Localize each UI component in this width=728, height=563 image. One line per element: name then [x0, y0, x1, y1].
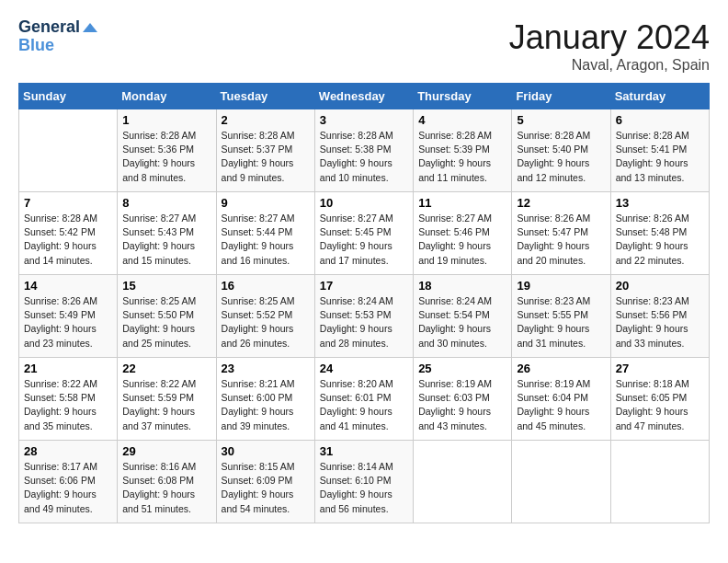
- cell-info: Sunrise: 8:28 AMSunset: 5:39 PMDaylight:…: [418, 129, 506, 185]
- cell-1-1: 8 Sunrise: 8:27 AMSunset: 5:43 PMDayligh…: [118, 192, 216, 275]
- week-row-2: 7 Sunrise: 8:28 AMSunset: 5:42 PMDayligh…: [19, 192, 710, 275]
- cell-info: Sunrise: 8:28 AMSunset: 5:42 PMDaylight:…: [24, 212, 112, 268]
- cell-0-4: 4 Sunrise: 8:28 AMSunset: 5:39 PMDayligh…: [414, 109, 512, 192]
- day-number: 17: [320, 279, 408, 293]
- day-number: 28: [24, 444, 112, 458]
- cell-4-0: 28 Sunrise: 8:17 AMSunset: 6:06 PMDaylig…: [19, 441, 118, 523]
- header-friday: Friday: [512, 84, 610, 109]
- day-number: 23: [222, 362, 310, 375]
- logo-blue: Blue: [18, 37, 97, 55]
- cell-2-1: 15 Sunrise: 8:25 AMSunset: 5:50 PMDaylig…: [118, 275, 216, 358]
- day-number: 31: [320, 444, 408, 458]
- cell-info: Sunrise: 8:26 AMSunset: 5:48 PMDaylight:…: [616, 212, 704, 268]
- day-number: 26: [517, 362, 605, 375]
- cell-info: Sunrise: 8:26 AMSunset: 5:49 PMDaylight:…: [24, 294, 112, 350]
- day-number: 24: [320, 362, 408, 375]
- page-header: General Blue January 2024 Naval, Aragon,…: [18, 18, 710, 74]
- cell-info: Sunrise: 8:21 AMSunset: 6:00 PMDaylight:…: [222, 377, 310, 433]
- cell-info: Sunrise: 8:18 AMSunset: 6:05 PMDaylight:…: [616, 377, 704, 433]
- day-number: 7: [24, 196, 112, 210]
- cell-info: Sunrise: 8:25 AMSunset: 5:52 PMDaylight:…: [222, 294, 310, 350]
- cell-info: Sunrise: 8:14 AMSunset: 6:10 PMDaylight:…: [320, 460, 408, 516]
- cell-info: Sunrise: 8:28 AMSunset: 5:37 PMDaylight:…: [222, 129, 310, 185]
- cell-info: Sunrise: 8:25 AMSunset: 5:50 PMDaylight:…: [122, 294, 210, 350]
- cell-2-0: 14 Sunrise: 8:26 AMSunset: 5:49 PMDaylig…: [19, 275, 118, 358]
- cell-info: Sunrise: 8:15 AMSunset: 6:09 PMDaylight:…: [222, 460, 310, 516]
- cell-4-6: [610, 441, 709, 523]
- day-number: 9: [222, 196, 310, 210]
- day-number: 22: [122, 362, 210, 375]
- cell-1-4: 11 Sunrise: 8:27 AMSunset: 5:46 PMDaylig…: [414, 192, 512, 275]
- day-number: 1: [122, 113, 210, 127]
- day-number: 14: [24, 279, 112, 293]
- cell-1-0: 7 Sunrise: 8:28 AMSunset: 5:42 PMDayligh…: [19, 192, 118, 275]
- title-area: January 2024 Naval, Aragon, Spain: [509, 18, 710, 74]
- day-number: 3: [320, 113, 408, 127]
- cell-info: Sunrise: 8:24 AMSunset: 5:54 PMDaylight:…: [418, 294, 506, 350]
- cell-4-2: 30 Sunrise: 8:15 AMSunset: 6:09 PMDaylig…: [216, 441, 314, 523]
- header-wednesday: Wednesday: [314, 84, 413, 109]
- cell-info: Sunrise: 8:28 AMSunset: 5:40 PMDaylight:…: [517, 129, 605, 185]
- location: Naval, Aragon, Spain: [509, 57, 710, 74]
- day-number: 13: [616, 196, 704, 210]
- day-number: 25: [418, 362, 506, 375]
- day-number: 15: [122, 279, 210, 293]
- cell-info: Sunrise: 8:27 AMSunset: 5:44 PMDaylight:…: [222, 212, 310, 268]
- cell-1-2: 9 Sunrise: 8:27 AMSunset: 5:44 PMDayligh…: [216, 192, 314, 275]
- cell-info: Sunrise: 8:19 AMSunset: 6:04 PMDaylight:…: [517, 377, 605, 433]
- day-number: 12: [517, 196, 605, 210]
- day-number: 21: [24, 362, 112, 375]
- cell-info: Sunrise: 8:27 AMSunset: 5:46 PMDaylight:…: [418, 212, 506, 268]
- cell-0-2: 2 Sunrise: 8:28 AMSunset: 5:37 PMDayligh…: [216, 109, 314, 192]
- cell-info: Sunrise: 8:28 AMSunset: 5:38 PMDaylight:…: [320, 129, 408, 185]
- cell-4-4: [414, 441, 512, 523]
- header-saturday: Saturday: [610, 84, 709, 109]
- cell-3-5: 26 Sunrise: 8:19 AMSunset: 6:04 PMDaylig…: [512, 358, 610, 441]
- cell-0-5: 5 Sunrise: 8:28 AMSunset: 5:40 PMDayligh…: [512, 109, 610, 192]
- cell-2-6: 20 Sunrise: 8:23 AMSunset: 5:56 PMDaylig…: [610, 275, 709, 358]
- cell-info: Sunrise: 8:23 AMSunset: 5:56 PMDaylight:…: [616, 294, 704, 350]
- day-number: 8: [122, 196, 210, 210]
- day-number: 4: [418, 113, 506, 127]
- cell-1-3: 10 Sunrise: 8:27 AMSunset: 5:45 PMDaylig…: [314, 192, 413, 275]
- cell-info: Sunrise: 8:17 AMSunset: 6:06 PMDaylight:…: [24, 460, 112, 516]
- cell-info: Sunrise: 8:28 AMSunset: 5:41 PMDaylight:…: [616, 129, 704, 185]
- cell-info: Sunrise: 8:26 AMSunset: 5:47 PMDaylight:…: [517, 212, 605, 268]
- week-row-4: 21 Sunrise: 8:22 AMSunset: 5:58 PMDaylig…: [19, 358, 710, 441]
- cell-3-0: 21 Sunrise: 8:22 AMSunset: 5:58 PMDaylig…: [19, 358, 118, 441]
- cell-info: Sunrise: 8:16 AMSunset: 6:08 PMDaylight:…: [122, 460, 210, 516]
- day-number: 10: [320, 196, 408, 210]
- cell-info: Sunrise: 8:19 AMSunset: 6:03 PMDaylight:…: [418, 377, 506, 433]
- header-row: SundayMondayTuesdayWednesdayThursdayFrid…: [19, 84, 710, 109]
- calendar-table: SundayMondayTuesdayWednesdayThursdayFrid…: [18, 83, 710, 523]
- cell-0-3: 3 Sunrise: 8:28 AMSunset: 5:38 PMDayligh…: [314, 109, 413, 192]
- cell-4-3: 31 Sunrise: 8:14 AMSunset: 6:10 PMDaylig…: [314, 441, 413, 523]
- day-number: 11: [418, 196, 506, 210]
- cell-info: Sunrise: 8:22 AMSunset: 5:59 PMDaylight:…: [122, 377, 210, 433]
- cell-1-6: 13 Sunrise: 8:26 AMSunset: 5:48 PMDaylig…: [610, 192, 709, 275]
- cell-info: Sunrise: 8:27 AMSunset: 5:43 PMDaylight:…: [122, 212, 210, 268]
- cell-info: Sunrise: 8:27 AMSunset: 5:45 PMDaylight:…: [320, 212, 408, 268]
- cell-info: Sunrise: 8:20 AMSunset: 6:01 PMDaylight:…: [320, 377, 408, 433]
- cell-4-5: [512, 441, 610, 523]
- day-number: 16: [222, 279, 310, 293]
- cell-2-5: 19 Sunrise: 8:23 AMSunset: 5:55 PMDaylig…: [512, 275, 610, 358]
- cell-4-1: 29 Sunrise: 8:16 AMSunset: 6:08 PMDaylig…: [118, 441, 216, 523]
- header-monday: Monday: [118, 84, 216, 109]
- header-sunday: Sunday: [19, 84, 118, 109]
- cell-3-6: 27 Sunrise: 8:18 AMSunset: 6:05 PMDaylig…: [610, 358, 709, 441]
- day-number: 18: [418, 279, 506, 293]
- header-tuesday: Tuesday: [216, 84, 314, 109]
- cell-3-3: 24 Sunrise: 8:20 AMSunset: 6:01 PMDaylig…: [314, 358, 413, 441]
- day-number: 29: [122, 444, 210, 458]
- logo: General Blue: [18, 18, 97, 55]
- day-number: 2: [222, 113, 310, 127]
- cell-0-6: 6 Sunrise: 8:28 AMSunset: 5:41 PMDayligh…: [610, 109, 709, 192]
- cell-0-1: 1 Sunrise: 8:28 AMSunset: 5:36 PMDayligh…: [118, 109, 216, 192]
- cell-0-0: [19, 109, 118, 192]
- header-thursday: Thursday: [414, 84, 512, 109]
- cell-2-3: 17 Sunrise: 8:24 AMSunset: 5:53 PMDaylig…: [314, 275, 413, 358]
- cell-3-2: 23 Sunrise: 8:21 AMSunset: 6:00 PMDaylig…: [216, 358, 314, 441]
- day-number: 30: [222, 444, 310, 458]
- day-number: 19: [517, 279, 605, 293]
